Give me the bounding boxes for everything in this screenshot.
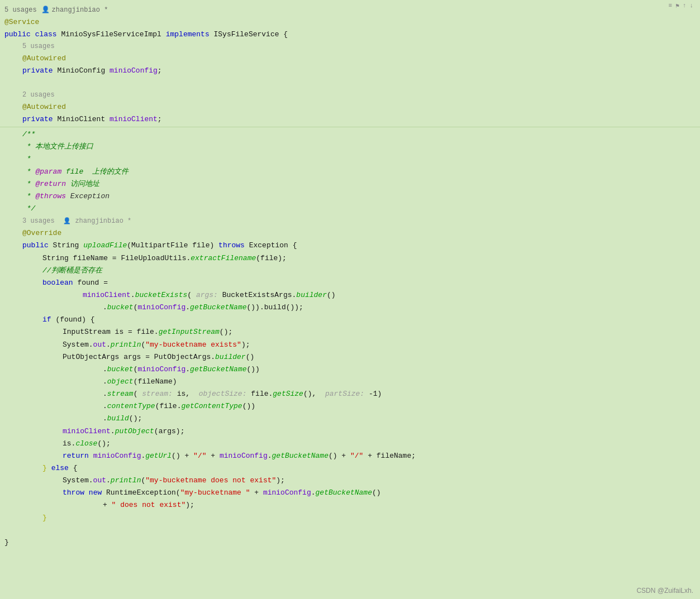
code-line: 3 usages 👤 zhangjinbiao * [0, 215, 700, 227]
method-call: bucket [107, 302, 134, 313]
field-ref: minioConfig [263, 487, 311, 499]
keyword: class [35, 29, 57, 40]
code-line: @Autowired [0, 52, 700, 65]
top-bar: 5 usages 👤 zhangjinbiao * ≡ ⚑ ↑ ↓ [0, 4, 700, 16]
code-text: ( [134, 364, 138, 375]
code-text: . [103, 302, 107, 313]
javadoc-italic: Exception [66, 191, 109, 202]
code-text: + [103, 500, 112, 511]
named-param: objectSize: [199, 389, 247, 400]
code-text: found = [73, 277, 108, 289]
string-literal: "/" [193, 451, 206, 462]
code-line: @Override [0, 227, 700, 239]
method-call: getBucketName [190, 302, 246, 313]
annotation: @Autowired [22, 102, 66, 113]
top-author-icon: 👤 [41, 6, 50, 14]
code-text: () [372, 487, 381, 499]
code-text: ( [141, 475, 145, 486]
code-text: . [185, 302, 190, 313]
method-call: bucketExists [135, 290, 188, 301]
code-text: . [103, 364, 107, 375]
code-text: (), [303, 389, 325, 400]
code-text: RuntimeException( [102, 487, 180, 499]
code-text: is. [63, 438, 75, 449]
comment-text: file 上传的文件 [61, 166, 128, 178]
code-text: System. [63, 475, 93, 486]
code-line: .object(fileName) [0, 376, 700, 388]
named-param: partSize: [325, 389, 364, 400]
method-name: uploadFile [83, 240, 127, 251]
code-text: (); [129, 413, 142, 424]
code-text: ()).build()); [247, 302, 303, 313]
code-text: ); [185, 500, 194, 511]
code-text: PutObjectArgs args = PutObjectArgs. [63, 352, 215, 363]
top-usages: 5 usages [4, 6, 37, 14]
code-text [89, 451, 93, 462]
annotation-override: @Override [22, 228, 61, 239]
separator [0, 127, 700, 127]
code-text: (file. [155, 401, 182, 412]
code-line: } [0, 536, 700, 549]
code-text: (); [220, 327, 232, 338]
code-text: -1) [364, 389, 382, 400]
method-call: stream [107, 389, 134, 400]
code-text: (MultipartFile file) [127, 240, 218, 251]
code-line: 2 usages [0, 89, 700, 101]
method-call: builder [296, 290, 327, 301]
named-param: args: [196, 290, 218, 301]
string-literal: "my-bucketname does not exist" [145, 475, 276, 486]
code-text: . [106, 475, 111, 486]
code-line: /** [0, 128, 700, 141]
person-icon: 👤 [63, 217, 71, 226]
watermark: CSDN @ZuifaiLxh. [636, 587, 693, 595]
code-line: PutObjectArgs args = PutObjectArgs.build… [0, 351, 700, 363]
top-icons: ≡ ⚑ ↑ ↓ [669, 2, 693, 9]
code-line: * 本地文件上传接口 [0, 141, 700, 153]
code-line: is.close(); [0, 438, 700, 450]
named-param: stream: [142, 389, 173, 400]
code-line: public String uploadFile(MultipartFile f… [0, 239, 700, 252]
code-text: ISysFileService { [209, 29, 288, 40]
code-text: () + [172, 451, 193, 462]
method-call: object [107, 376, 134, 387]
field-ref: minioConfig [109, 65, 158, 76]
field-ref: out [93, 475, 106, 486]
icon-1: ≡ [669, 2, 673, 9]
code-text: . [103, 376, 107, 387]
bracket: } [42, 463, 47, 474]
keyword-throws: throws [218, 240, 245, 251]
method-call: getBucketName [190, 364, 246, 375]
code-text: (found) { [51, 314, 95, 325]
code-text: . [268, 451, 272, 462]
method-call: putObject [115, 426, 154, 437]
field-ref: minioClient [63, 426, 111, 437]
code-text: is, [173, 389, 199, 400]
field-ref: minioConfig [137, 364, 185, 375]
code-line: String fileName = FileUploadUtils.extrac… [0, 252, 700, 265]
code-line: .stream( stream: is, objectSize: file.ge… [0, 388, 700, 400]
code-line: * @param file 上传的文件 [0, 166, 700, 178]
code-text: . [103, 389, 107, 400]
code-text: MinioSysFileServiceImpl [57, 29, 166, 40]
string-literal: "/" [350, 451, 363, 462]
code-text: ( [187, 290, 196, 301]
keyword: new [89, 487, 102, 499]
code-text: . [103, 401, 107, 412]
author-hint: zhangjinbiao * [71, 216, 131, 227]
code-text: (args); [154, 426, 185, 437]
method-call: build [107, 413, 129, 424]
code-text: (file); [256, 253, 287, 264]
usage-hint: 5 usages [22, 41, 55, 52]
annotation: @Autowired [22, 53, 66, 64]
field-ref: minioClient [83, 290, 131, 301]
code-editor: 5 usages 👤 zhangjinbiao * ≡ ⚑ ↑ ↓ @Servi… [0, 0, 700, 599]
keyword: implements [166, 29, 209, 40]
code-line: return minioConfig.getUrl() + "/" + mini… [0, 450, 700, 462]
code-text: . [106, 339, 111, 351]
string-literal: "my-bucketname " [180, 487, 250, 499]
field-ref: out [93, 339, 106, 351]
code-line: //判断桶是否存在 [0, 265, 700, 277]
usage-hint: 3 usages [22, 216, 55, 227]
code-text: BucketExistsArgs. [218, 290, 296, 301]
comment: //判断桶是否存在 [42, 265, 102, 276]
